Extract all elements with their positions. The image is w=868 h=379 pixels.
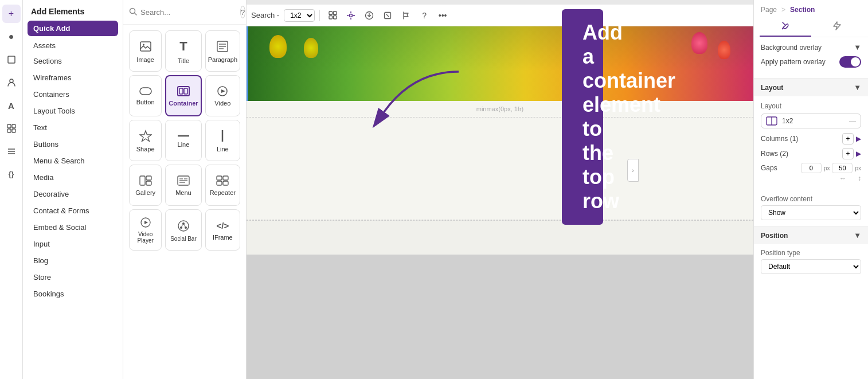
sidebar-item-menu-search[interactable]: Menu & Search (25, 153, 120, 169)
quick-add-btn[interactable]: Quick Add (28, 21, 118, 36)
image-element-icon (139, 40, 152, 53)
code-icon-btn[interactable]: {} (2, 165, 21, 183)
svg-rect-11 (140, 42, 151, 51)
svg-rect-25 (140, 176, 145, 185)
social-bar-label: Social Bar (170, 236, 197, 242)
position-collapse-btn[interactable]: ▼ (854, 231, 861, 240)
element-social-bar[interactable]: Social Bar (165, 209, 201, 251)
plus-icon-btn[interactable]: + (2, 5, 21, 23)
svg-rect-0 (8, 56, 15, 63)
position-type-label: Position type (761, 249, 861, 257)
sidebar-item-wireframes[interactable]: Wireframes (25, 69, 120, 86)
svg-rect-35 (217, 181, 222, 185)
tab-paint[interactable] (760, 16, 811, 37)
layout-option-1x2[interactable]: 1x2 — (761, 114, 861, 128)
svg-rect-27 (146, 181, 151, 185)
element-shape[interactable]: Shape (129, 120, 162, 161)
search-input[interactable] (140, 8, 237, 17)
svg-rect-47 (329, 16, 333, 19)
tutorial-banner: Add a container element to the top row (562, 9, 603, 225)
sidebar-item-sections[interactable]: Sections (25, 53, 120, 69)
element-button[interactable]: Button (129, 75, 162, 116)
apply-pattern-toggle[interactable] (839, 56, 861, 68)
columns-controls: + ▶ (842, 133, 861, 144)
sidebar-item-assets[interactable]: Assets (25, 38, 120, 53)
gap-h-unit: px (824, 165, 830, 171)
help-btn-canvas[interactable]: ? (416, 7, 432, 24)
background-overlay-label: Background overlay (761, 44, 822, 52)
sidebar-item-bookings[interactable]: Bookings (25, 286, 120, 302)
sidebar-item-layout-tools[interactable]: Layout Tools (25, 103, 120, 119)
page-icon-btn[interactable] (2, 50, 21, 69)
element-line-v[interactable]: Line (205, 120, 240, 161)
container-label: Container (169, 100, 198, 107)
more-btn[interactable]: ••• (435, 7, 451, 24)
repeater-label: Repeater (210, 189, 236, 196)
element-container[interactable]: Container (165, 75, 201, 116)
iframe-label: IFrame (213, 234, 233, 241)
sidebar-item-contact-forms[interactable]: Contact & Forms (25, 202, 120, 219)
rows-add-btn[interactable]: + (842, 148, 854, 159)
element-line-h[interactable]: Line (165, 120, 201, 161)
line-v-element-icon (221, 130, 224, 142)
sidebar-item-store[interactable]: Store (25, 269, 120, 286)
sidebar-item-blog[interactable]: Blog (25, 252, 120, 269)
svg-point-49 (350, 14, 353, 17)
layout-collapse-btn[interactable]: ▼ (854, 83, 861, 92)
element-video-player[interactable]: Video Player (129, 209, 162, 251)
flag-btn[interactable] (398, 7, 414, 24)
star-btn[interactable] (343, 7, 359, 24)
element-iframe[interactable]: </> IFrame (205, 209, 240, 251)
svg-line-57 (386, 14, 389, 17)
element-menu[interactable]: Menu (165, 165, 201, 206)
layout-select[interactable]: 1x2 (284, 9, 315, 22)
svg-rect-19 (179, 88, 183, 94)
gaps-row: Gaps px px (761, 163, 861, 173)
gap-v-input[interactable] (832, 163, 853, 173)
sidebar-item-input[interactable]: Input (25, 236, 120, 252)
sidebar-item-embed-social[interactable]: Embed & Social (25, 219, 120, 236)
gap-h-input[interactable] (801, 163, 822, 173)
hero-image-section (247, 26, 753, 101)
list-icon-btn[interactable] (2, 142, 21, 161)
expand-panel-btn[interactable]: › (627, 159, 639, 182)
svg-rect-33 (217, 176, 222, 180)
breadcrumb: Page > Section (754, 0, 868, 16)
empty-section (247, 117, 753, 220)
element-repeater[interactable]: Repeater (205, 165, 240, 206)
overflow-select[interactable]: Show Hide (761, 205, 861, 220)
apps-icon-btn[interactable] (2, 119, 21, 138)
circle-icon-btn[interactable]: ● (2, 28, 21, 46)
tab-lightning[interactable] (811, 16, 863, 37)
element-image[interactable]: Image (129, 30, 162, 72)
element-gallery[interactable]: Gallery (129, 165, 162, 206)
columns-add-btn[interactable]: + (842, 133, 854, 144)
background-overlay-dropdown[interactable]: ▼ (854, 43, 861, 52)
element-paragraph[interactable]: Paragraph (205, 30, 240, 72)
type-icon-btn[interactable]: A (2, 96, 21, 115)
sidebar-item-buttons[interactable]: Buttons (25, 136, 120, 153)
element-video[interactable]: Video (205, 75, 240, 116)
sidebar-item-containers[interactable]: Containers (25, 86, 120, 103)
video-label: Video (214, 100, 230, 107)
title-label: Title (178, 57, 189, 64)
sidebar-item-text[interactable]: Text (25, 119, 120, 136)
rows-arrow-btn[interactable]: ▶ (856, 150, 861, 158)
position-type-select[interactable]: Default Fixed Sticky (761, 259, 861, 274)
sidebar-item-decorative[interactable]: Decorative (25, 186, 120, 202)
grid-view-btn[interactable] (324, 7, 341, 24)
columns-arrow-btn[interactable]: ▶ (856, 135, 861, 143)
video-element-icon (216, 86, 229, 96)
element-title[interactable]: T Title (165, 30, 201, 72)
svg-line-43 (185, 224, 185, 226)
button-element-icon (139, 87, 152, 95)
gap-inputs: px px (801, 163, 861, 173)
person-icon-btn[interactable] (2, 73, 21, 92)
crop-btn[interactable] (380, 7, 396, 24)
download-btn[interactable] (361, 7, 377, 24)
svg-rect-34 (223, 176, 228, 180)
button-label: Button (136, 99, 155, 106)
help-btn[interactable]: ? (240, 6, 245, 18)
sidebar-item-media[interactable]: Media (25, 169, 120, 186)
gallery-label: Gallery (135, 189, 155, 196)
